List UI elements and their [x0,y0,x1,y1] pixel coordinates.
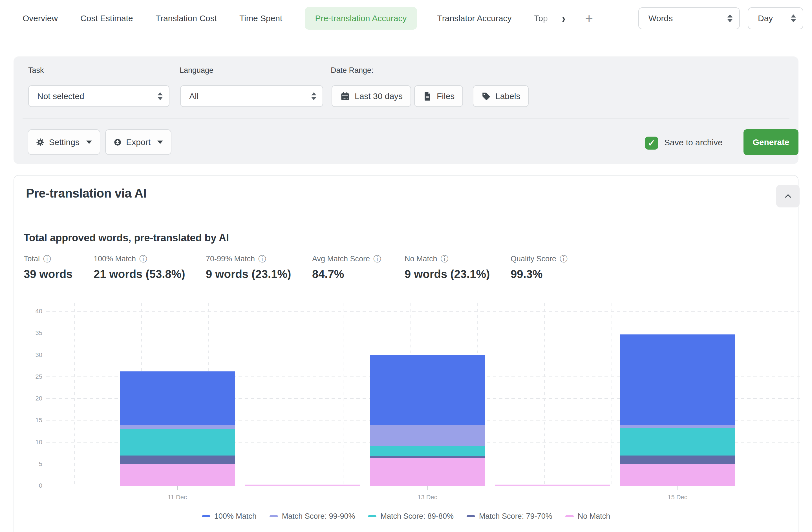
legend-item[interactable]: Match Score: 89-80% [368,512,454,521]
legend-item[interactable]: Match Score: 99-90% [270,512,355,521]
stat-100-match: 100% Matchⓘ 21 words (53.8%) [93,255,185,281]
stat-label: Quality Score [511,255,556,263]
bar-segment [370,446,485,456]
gridline-v [343,303,344,486]
stacked-bar-11-dec[interactable] [120,372,235,486]
legend-item[interactable]: 100% Match [202,512,257,521]
export-dropdown-button[interactable]: Export [105,129,171,155]
tag-icon [481,92,491,101]
x-axis-tick [427,486,428,490]
labels-button-label: Labels [495,92,520,101]
save-to-archive-label[interactable]: Save to archive [664,138,723,147]
stat-label: 70-99% Match [206,255,255,263]
x-axis-tick-label: 11 Dec [155,494,200,501]
check-icon: ✓ [648,138,655,149]
settings-button-label: Settings [49,138,79,147]
chevron-up-icon [784,192,792,200]
tabs-overflow-chevron-icon[interactable]: › [562,11,566,26]
select-stepper-icon [727,14,733,22]
gridline-v [746,303,746,486]
bar-segment [620,425,735,428]
plot-area: 051015202530354011 Dec13 Dec15 Dec [46,303,798,486]
legend-marker [270,515,278,517]
export-button-label: Export [126,138,150,147]
add-report-tab-button[interactable]: + [585,11,593,26]
settings-dropdown-button[interactable]: Settings [28,129,100,155]
task-label: Task [28,66,44,75]
stat-70-99-match: 70-99% Matchⓘ 9 words (23.1%) [206,255,291,281]
gridline-v [611,303,612,486]
gridline-v [544,303,545,486]
y-axis-tick-label: 5 [29,460,42,468]
x-axis-tick [678,486,678,490]
legend-item[interactable]: Match Score: 79-70% [467,512,552,521]
bar-segment [120,425,235,429]
stat-value: 21 words (53.8%) [93,268,185,281]
bar-segment [120,456,235,464]
legend-label: 100% Match [214,512,257,521]
info-icon[interactable]: ⓘ [43,255,51,263]
stat-quality-score: Quality Scoreⓘ 99.3% [511,255,568,281]
x-axis-tick-label: 13 Dec [405,494,450,501]
save-to-archive-checkbox[interactable]: ✓ [645,137,658,150]
legend-marker [565,515,574,517]
gridline-h [46,333,801,333]
bar-segment [370,425,485,446]
generate-button[interactable]: Generate [743,129,798,155]
stacked-bar-13-dec[interactable] [370,355,485,486]
stat-value: 84.7% [312,268,381,281]
legend-marker [202,515,210,517]
task-select-value: Not selected [37,92,84,101]
x-axis-tick [177,486,178,490]
unit-select[interactable]: Words [638,7,740,29]
tab-overview[interactable]: Overview [23,14,58,23]
pre-translation-report-card: Pre-translation via AI Total approved wo… [14,175,798,532]
stacked-bar-15-dec[interactable] [620,334,735,486]
tab-top-truncated[interactable]: Top [534,14,552,23]
bar-segment [120,372,235,424]
tab-translation-cost[interactable]: Translation Cost [156,14,217,23]
gear-icon [36,137,45,148]
info-icon[interactable]: ⓘ [560,255,568,263]
select-stepper-icon [791,14,796,22]
files-button-label: Files [437,92,454,101]
stat-value: 9 words (23.1%) [405,268,490,281]
stat-total: Totalⓘ 39 words [24,255,72,281]
bar-segment [120,464,235,486]
info-icon[interactable]: ⓘ [139,255,147,263]
select-stepper-icon [158,92,163,100]
tab-pre-translation-accuracy[interactable]: Pre-translation Accuracy [305,7,417,30]
tab-cost-estimate[interactable]: Cost Estimate [81,14,133,23]
filters-panel: Task Language Date Range: Not selected A… [14,56,798,164]
info-icon[interactable]: ⓘ [373,255,381,263]
language-label: Language [179,66,214,75]
date-range-button[interactable]: Last 30 days [332,85,411,107]
period-select[interactable]: Day [748,7,803,29]
files-filter-button[interactable]: Files [414,85,463,107]
legend-marker [368,515,376,517]
info-icon[interactable]: ⓘ [258,255,266,263]
panel-title: Pre-translation via AI [26,186,147,200]
y-axis-tick-label: 30 [29,351,42,359]
legend-label: Match Score: 89-80% [380,512,454,521]
task-select[interactable]: Not selected [28,85,170,107]
date-range-value: Last 30 days [355,92,403,101]
collapse-panel-button[interactable] [776,185,800,207]
download-icon [114,137,121,148]
caret-down-icon [157,141,163,144]
stat-no-match: No Matchⓘ 9 words (23.1%) [405,255,490,281]
y-axis-tick-label: 0 [29,482,42,489]
language-select-value: All [189,92,199,101]
labels-filter-button[interactable]: Labels [473,85,528,107]
language-select[interactable]: All [180,85,323,107]
legend-item[interactable]: No Match [565,512,610,521]
bar-segment [620,464,735,486]
info-icon[interactable]: ⓘ [441,255,449,263]
date-range-label: Date Range: [331,66,374,75]
tab-time-spent[interactable]: Time Spent [240,14,282,23]
select-stepper-icon [311,92,316,100]
tab-translator-accuracy[interactable]: Translator Accuracy [437,14,512,23]
calendar-icon [340,91,350,101]
stat-value: 39 words [24,268,72,281]
unit-select-value: Words [649,14,673,23]
